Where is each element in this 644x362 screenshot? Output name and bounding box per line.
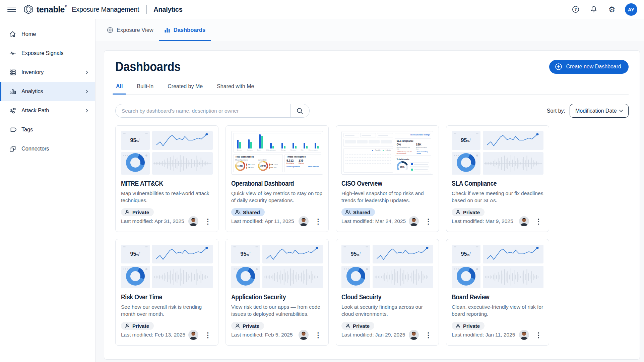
- owner-avatar: [188, 216, 198, 226]
- dashboard-card-grid: 95%↑ MITRE ATT&CK Map vulnerabilities to…: [115, 125, 629, 346]
- dashboards-panel: Dashboards Create new Dashboard All Buil…: [104, 50, 640, 360]
- card-title: Risk Over Time: [121, 293, 213, 301]
- filter-tab-created-by-me[interactable]: Created by Me: [167, 83, 203, 94]
- sort-dropdown[interactable]: Modification Date: [570, 104, 629, 118]
- sidebar-item-exposure-signals[interactable]: Exposure Signals: [0, 44, 95, 63]
- card-thumbnail: AccountContainerDeviceWeb applicationSto…: [231, 131, 323, 175]
- visibility-badge: Private: [452, 208, 485, 216]
- mini-bar-chart: AccountContainerDeviceWeb applicationSto…: [233, 133, 321, 153]
- tab-exposure-view[interactable]: Exposure View: [102, 19, 159, 41]
- mini-threat-panel: Threat intelligence 5,312Exploitable 139…: [284, 154, 321, 172]
- page-title: Dashboards: [115, 59, 189, 74]
- signal-pulse-icon: [9, 50, 16, 57]
- mini-sla-panel: SLA compliance 0%Assets compliant with S…: [395, 138, 431, 156]
- last-modified: Last modified: Apr 31, 2025: [121, 218, 184, 224]
- help-icon[interactable]: ?: [571, 4, 581, 14]
- person-icon: [125, 323, 130, 328]
- filter-tab-shared-with-me[interactable]: Shared with Me: [216, 83, 255, 94]
- inventory-list-icon: [9, 69, 16, 76]
- chevron-right-icon: [84, 108, 89, 113]
- filter-tab-all[interactable]: All: [115, 83, 123, 94]
- view-tabbar: Exposure View Dashboards: [95, 19, 644, 41]
- brand-logo: tenable® Exposure Management Analytics: [23, 4, 183, 14]
- owner-avatar: [409, 330, 419, 340]
- chevron-down-icon: [619, 108, 624, 113]
- owner-avatar: [299, 216, 309, 226]
- search-button[interactable]: [290, 104, 309, 117]
- sidebar-item-attack-path[interactable]: Attack Path: [0, 101, 95, 120]
- card-description: Check if we're meeting our fix deadlines…: [452, 190, 543, 204]
- dashboard-card-board-review[interactable]: 95%↑ Board Review Clean, executive-frien…: [446, 239, 549, 346]
- brand-divider: [146, 5, 146, 14]
- sidebar-item-inventory[interactable]: Inventory: [0, 63, 95, 82]
- notifications-bell-icon[interactable]: [589, 4, 599, 14]
- card-thumbnail: 95%↑: [452, 245, 543, 288]
- person-icon: [455, 209, 461, 215]
- top-bar: tenable® Exposure Management Analytics ?…: [0, 0, 644, 19]
- kebab-menu-icon[interactable]: ⋮: [534, 217, 543, 226]
- visibility-badge: Private: [452, 322, 485, 330]
- search-icon: [296, 107, 304, 115]
- sidebar-item-home[interactable]: Home: [0, 24, 95, 44]
- card-thumbnail: Tenable Industry Show: [341, 131, 433, 175]
- kebab-menu-icon[interactable]: ⋮: [313, 331, 323, 339]
- last-modified: Last modified: Mar 9, 2025: [452, 218, 513, 224]
- owner-avatar: [409, 216, 419, 226]
- chevron-right-icon: [84, 89, 89, 94]
- dashboard-card-application-security[interactable]: 95%↑ Application Security View risk tied…: [226, 239, 329, 346]
- card-title: SLA Compliance: [452, 180, 543, 187]
- mini-assets-panel: Total Assets 258k: [395, 157, 431, 174]
- sidebar-item-connectors[interactable]: Connectors: [0, 139, 95, 158]
- visibility-badge: Private: [231, 322, 264, 330]
- card-thumbnail: 95%↑: [231, 245, 323, 288]
- settings-gear-icon[interactable]: ⚙: [607, 4, 617, 14]
- search-input[interactable]: [116, 104, 290, 117]
- tab-dashboards[interactable]: Dashboards: [159, 19, 211, 41]
- dashboard-card-cloud-security[interactable]: 95%↑ Cloud Secuirty Look at security fin…: [336, 239, 439, 346]
- last-modified: Last modified: Jan 29, 2025: [341, 332, 405, 338]
- kebab-menu-icon[interactable]: ⋮: [313, 217, 323, 226]
- tag-icon: [9, 126, 16, 133]
- create-new-dashboard-button[interactable]: Create new Dashboard: [549, 60, 629, 74]
- section-name: Analytics: [153, 6, 182, 13]
- mini-weaknesses-panel: Total Weaknesses Misconfigurations 10.63…: [233, 154, 283, 172]
- people-icon: [345, 209, 351, 215]
- dashboard-card-operational[interactable]: AccountContainerDeviceWeb applicationSto…: [226, 125, 329, 232]
- dashboards-bars-icon: [164, 27, 170, 33]
- sidebar-item-analytics[interactable]: Analytics: [0, 82, 95, 101]
- user-avatar[interactable]: AY: [625, 3, 637, 16]
- donut-chart: [126, 153, 145, 172]
- dashboard-card-risk-over-time[interactable]: 95%↑ Risk Over Time See how our overall …: [115, 239, 218, 346]
- kebab-menu-icon[interactable]: ⋮: [424, 331, 433, 339]
- last-modified: Last modified: Mar 24, 2025: [341, 218, 406, 224]
- dashboard-card-mitre-attck[interactable]: 95%↑ MITRE ATT&CK Map vulnerabilities to…: [115, 125, 218, 232]
- sidebar: Home Exposure Signals Inventory Analytic…: [0, 19, 95, 362]
- person-icon: [345, 323, 350, 328]
- brand-name: tenable®: [37, 5, 67, 14]
- card-description: See how our overall risk is trending mon…: [121, 303, 213, 317]
- connectors-icon: [9, 145, 16, 153]
- person-icon: [125, 209, 130, 215]
- sparkline-tile: [152, 131, 213, 150]
- filter-tab-built-in[interactable]: Built-In: [136, 83, 154, 94]
- kebab-menu-icon[interactable]: ⋮: [534, 331, 543, 339]
- kebab-menu-icon[interactable]: ⋮: [424, 217, 433, 226]
- search-bar: [115, 104, 310, 118]
- svg-text:?: ?: [574, 7, 577, 11]
- card-description: View risk tied to our apps — from code i…: [231, 303, 323, 317]
- last-modified: Last modified: Feb 13, 2025: [121, 332, 185, 338]
- card-title: MITRE ATT&CK: [121, 180, 213, 187]
- dashboard-card-ciso[interactable]: Tenable Industry Show: [336, 125, 439, 232]
- kebab-menu-icon[interactable]: ⋮: [203, 331, 213, 339]
- kebab-menu-icon[interactable]: ⋮: [203, 217, 213, 226]
- owner-avatar: [519, 330, 529, 340]
- card-title: CISO Overview: [341, 180, 433, 187]
- card-title: Application Security: [231, 293, 323, 301]
- visibility-badge: Shared: [231, 208, 265, 216]
- dashboard-card-sla-compliance[interactable]: 95%↑ SLA Compliance Check if we're meeti…: [446, 125, 549, 232]
- card-description: Clean, executive-friendly view of risk f…: [452, 303, 543, 317]
- sidebar-item-tags[interactable]: Tags: [0, 120, 95, 139]
- last-modified: Last modified: Jan 11, 2025: [452, 332, 515, 338]
- visibility-badge: Private: [121, 208, 154, 216]
- hamburger-menu-icon[interactable]: [7, 5, 16, 14]
